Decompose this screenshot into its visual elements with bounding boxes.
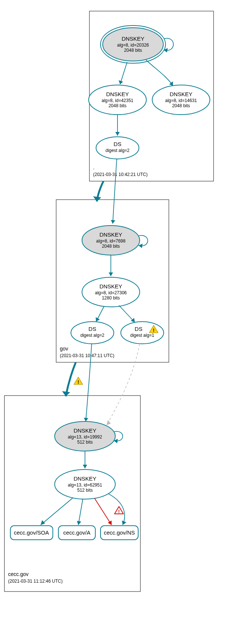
cecc-ksk-l2: 512 bits: [77, 440, 93, 445]
svg-marker-5: [93, 196, 101, 201]
cecc-zsk-l2: 512 bits: [77, 488, 93, 493]
zone-gov-timestamp: (2021-03-31 10:47:11 UTC): [60, 353, 114, 358]
gov-ds1-title: DS: [89, 326, 96, 332]
svg-marker-15: [106, 420, 111, 425]
svg-marker-17: [83, 465, 87, 468]
zone-cecc-timestamp: (2021-03-31 11:12:46 UTC): [8, 579, 62, 584]
root-zsk2-title: DNSKEY: [170, 91, 192, 97]
svg-marker-21: [108, 521, 112, 525]
root-ksk-l2: 2048 bits: [124, 48, 142, 53]
edge-rootksk-zsk1: [120, 62, 127, 84]
svg-text:!: !: [153, 328, 154, 333]
svg-marker-7: [139, 244, 143, 248]
root-zsk2-l2: 2048 bits: [172, 103, 190, 108]
gov-ksk-l2: 2048 bits: [102, 244, 120, 249]
svg-marker-18: [41, 520, 45, 525]
root-zsk1-title: DNSKEY: [106, 91, 129, 97]
root-ksk-l1: alg=8, id=20326: [117, 43, 149, 48]
zone-gov-label: gov: [60, 346, 68, 352]
rr-soa-label: cecc.gov/SOA: [14, 529, 49, 536]
svg-text:!: !: [78, 379, 79, 385]
zone-root-label: .: [93, 165, 95, 170]
gov-ksk-l1: alg=8, id=7698: [96, 238, 126, 244]
gov-zsk-l1: alg=8, id=27306: [95, 290, 127, 295]
svg-marker-6: [111, 220, 115, 224]
svg-marker-2: [119, 80, 123, 84]
edge-root-ksk-self: [164, 38, 173, 51]
rr-ns-label: cecc.gov/NS: [104, 529, 135, 536]
edge-gov-to-cecc-deleg: [66, 362, 76, 396]
rr-a-label: cecc.gov/A: [63, 529, 90, 536]
svg-marker-19: [77, 521, 81, 525]
root-zsk1-l2: 2048 bits: [109, 103, 127, 108]
gov-ds2-title: DS: [135, 326, 143, 332]
svg-marker-14: [84, 418, 88, 421]
gov-zsk-title: DNSKEY: [99, 283, 122, 289]
svg-marker-9: [109, 272, 113, 276]
edge-zsk-ns-2: [109, 494, 125, 525]
root-ds-title: DS: [114, 141, 122, 147]
zone-root-timestamp: (2021-03-31 10:42:21 UTC): [93, 172, 147, 177]
gov-ksk-title: DNSKEY: [99, 231, 122, 238]
edge-zsk-ns-error: [95, 498, 112, 525]
root-zsk2-l1: alg=8, id=14631: [165, 98, 197, 103]
zone-cecc-label: cecc.gov: [8, 571, 28, 577]
svg-marker-1: [164, 48, 168, 52]
gov-ds2-l1: digest alg=1: [130, 333, 154, 338]
cecc-ksk-l1: alg=13, id=19992: [68, 434, 102, 440]
cecc-ksk-title: DNSKEY: [74, 427, 96, 434]
svg-text:!: !: [118, 509, 120, 514]
gov-zsk-l2: 1280 bits: [102, 295, 120, 301]
cecc-zsk-l1: alg=13, id=62951: [68, 482, 102, 488]
root-zsk1-l1: alg=8, id=42351: [102, 98, 133, 103]
edge-zsk-a: [78, 499, 83, 525]
svg-marker-4: [115, 132, 120, 136]
edge-rootksk-zsk2: [146, 60, 173, 86]
edge-zsk-soa: [41, 498, 73, 525]
root-ds-l1: digest alg=2: [105, 148, 129, 153]
dnssec-diagram: . (2021-03-31 10:42:21 UTC) gov (2021-03…: [0, 0, 242, 644]
edge-rootds-govksk: [113, 159, 117, 224]
gov-ds1-l1: digest alg=2: [80, 333, 104, 338]
root-ksk-title: DNSKEY: [122, 35, 144, 42]
cecc-zsk-title: DNSKEY: [74, 475, 96, 482]
